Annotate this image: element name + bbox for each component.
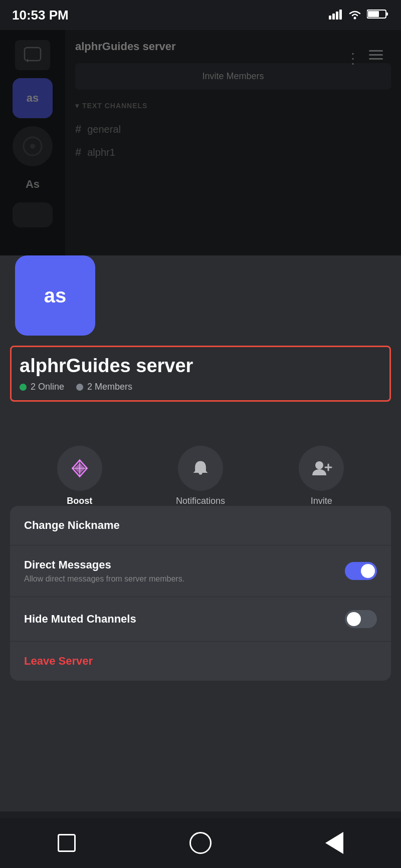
online-dot [20, 384, 27, 391]
invite-action[interactable]: Invite [299, 446, 344, 506]
direct-messages-label: Direct Messages [24, 558, 184, 571]
boost-label: Boost [67, 496, 92, 506]
svg-rect-3 [339, 10, 342, 20]
svg-point-4 [354, 17, 356, 19]
signal-icon [329, 9, 343, 22]
server-info-block: alphrGuides server 2 Online 2 Members [10, 346, 391, 402]
settings-card: Change Nickname Direct Messages Allow di… [10, 506, 391, 681]
svg-rect-2 [336, 12, 338, 20]
member-stat: 2 Members [76, 382, 132, 392]
member-dot [76, 384, 83, 391]
direct-messages-item[interactable]: Direct Messages Allow direct messages fr… [10, 545, 391, 597]
change-nickname-item[interactable]: Change Nickname [10, 506, 391, 545]
invite-label: Invite [311, 496, 332, 506]
action-row: Boost Notifications Invite [0, 436, 401, 516]
status-icons [329, 9, 389, 22]
server-avatar-large: as [15, 255, 95, 336]
hide-muted-knob [347, 612, 361, 626]
svg-rect-1 [332, 14, 335, 20]
server-name-large: alphrGuides server [20, 355, 381, 377]
status-time: 10:53 PM [12, 8, 69, 23]
svg-rect-7 [368, 11, 379, 17]
nav-square-icon [58, 834, 76, 852]
wifi-icon [348, 9, 362, 22]
notifications-action[interactable]: Notifications [176, 446, 225, 506]
boost-diamond-icon [70, 458, 90, 478]
invite-icon-circle[interactable] [299, 446, 344, 491]
direct-messages-knob [361, 564, 375, 578]
hide-muted-channels-label: Hide Muted Channels [24, 613, 136, 626]
boost-icon-circle[interactable] [57, 446, 102, 491]
boost-action[interactable]: Boost [57, 446, 102, 506]
notifications-label: Notifications [176, 496, 225, 506]
online-stat: 2 Online [20, 382, 64, 392]
direct-messages-sublabel: Allow direct messages from server member… [24, 574, 184, 584]
battery-icon [367, 9, 389, 22]
invite-icon [310, 457, 332, 479]
nav-circle-icon [189, 832, 212, 854]
direct-messages-toggle[interactable] [345, 562, 377, 580]
overlay-dim [0, 0, 401, 265]
svg-point-15 [315, 461, 323, 469]
server-stats: 2 Online 2 Members [20, 382, 381, 392]
status-bar: 10:53 PM [0, 0, 401, 30]
svg-rect-0 [329, 16, 331, 20]
notifications-icon-circle[interactable] [178, 446, 223, 491]
nav-home-button[interactable] [183, 825, 218, 860]
svg-rect-6 [386, 13, 388, 16]
hide-muted-toggle[interactable] [345, 610, 377, 628]
leave-server-item[interactable]: Leave Server [10, 642, 391, 681]
nav-triangle-icon [325, 832, 343, 854]
nav-square-button[interactable] [49, 825, 84, 860]
change-nickname-label: Change Nickname [24, 519, 120, 532]
bottom-nav [0, 818, 401, 868]
nav-back-button[interactable] [317, 825, 352, 860]
leave-server-label: Leave Server [24, 655, 93, 668]
hide-muted-channels-item[interactable]: Hide Muted Channels [10, 597, 391, 642]
bell-icon [190, 458, 211, 478]
